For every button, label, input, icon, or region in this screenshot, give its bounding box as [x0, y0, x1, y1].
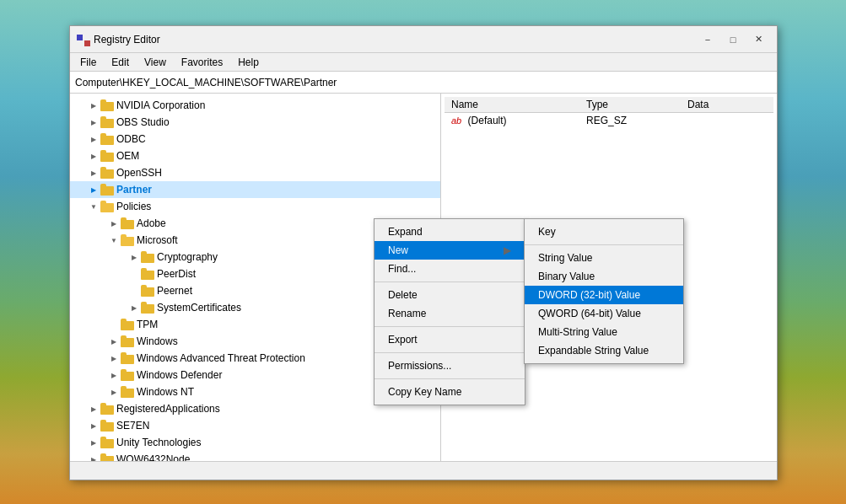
- tree-label-peernet: Peernet: [157, 285, 192, 297]
- sub-sep1: [525, 244, 683, 245]
- menu-favorites[interactable]: Favorites: [175, 55, 229, 70]
- col-name[interactable]: Name: [445, 97, 579, 113]
- ctx-rename[interactable]: Rename: [375, 304, 525, 323]
- app-icon: [77, 33, 90, 46]
- folder-icon-wdefender: [121, 369, 134, 381]
- ctx-sep3: [375, 352, 525, 353]
- expander-adobe: ▶: [107, 217, 121, 230]
- menu-help[interactable]: Help: [231, 55, 266, 70]
- sub-string-value[interactable]: String Value: [525, 249, 683, 267]
- tree-label-microsoft: Microsoft: [137, 234, 178, 246]
- sub-binary-value[interactable]: Binary Value: [525, 267, 683, 286]
- expander-unity: ▶: [87, 436, 100, 449]
- tree-label-policies: Policies: [116, 201, 151, 212]
- tree-item-se7en[interactable]: ▶ SE7EN: [70, 417, 440, 434]
- window-title: Registry Editor: [94, 34, 696, 46]
- tree-label-systemcerts: SystemCertificates: [157, 302, 241, 314]
- col-type[interactable]: Type: [579, 97, 681, 113]
- tree-label-odbc: ODBC: [116, 133, 146, 145]
- tree-label-unity: Unity Technologies: [116, 437, 202, 448]
- tree-label-obs: OBS Studio: [116, 116, 170, 128]
- folder-icon-watp: [121, 352, 134, 364]
- folder-icon-windows: [121, 335, 134, 347]
- tree-label-cryptography: Cryptography: [157, 251, 218, 263]
- tree-item-unity[interactable]: ▶ Unity Technologies: [70, 434, 440, 451]
- sub-qword-value[interactable]: QWORD (64-bit) Value: [525, 304, 683, 323]
- ctx-delete[interactable]: Delete: [375, 286, 525, 304]
- ctx-find[interactable]: Find...: [375, 260, 525, 278]
- context-menu: Expand New ▶ Find... Delete Rename Expor…: [374, 218, 525, 405]
- folder-icon-nvidia: [100, 99, 114, 111]
- tree-label-watp: Windows Advanced Threat Protection: [137, 352, 305, 364]
- title-bar-buttons: − □ ✕: [696, 31, 770, 48]
- expander-se7en: ▶: [87, 419, 100, 432]
- tree-label-tpm: TPM: [137, 319, 158, 330]
- folder-icon-windowsnt: [121, 386, 134, 398]
- folder-icon-systemcerts: [141, 302, 154, 314]
- address-path: Computer\HKEY_LOCAL_MACHINE\SOFTWARE\Par…: [75, 77, 337, 88]
- tree-label-se7en: SE7EN: [116, 420, 149, 432]
- ctx-export[interactable]: Export: [375, 330, 525, 349]
- folder-icon-partner: [100, 184, 114, 196]
- folder-icon-regapps: [100, 403, 114, 415]
- expander-openssh: ▶: [87, 166, 100, 180]
- row-data-default: [681, 113, 773, 129]
- col-data[interactable]: Data: [681, 97, 773, 113]
- row-name-default: ab (Default): [445, 113, 579, 129]
- status-bar: [70, 461, 777, 480]
- tree-label-openssh: OpenSSH: [116, 167, 162, 179]
- tree-item-nvidia[interactable]: ▶ NVIDIA Corporation: [70, 97, 440, 114]
- tree-label-regapps: RegisteredApplications: [116, 403, 220, 415]
- menu-edit[interactable]: Edit: [105, 55, 136, 70]
- tree-label-wow: WOW6432Node: [116, 453, 190, 461]
- expander-oem: ▶: [87, 149, 100, 163]
- tree-label-peerdist: PeerDist: [157, 268, 196, 280]
- folder-icon-unity: [100, 437, 114, 448]
- folder-icon-se7en: [100, 420, 114, 432]
- ctx-copy-key-name[interactable]: Copy Key Name: [375, 383, 525, 401]
- registry-editor-window: Registry Editor − □ ✕ File Edit View Fav…: [69, 25, 778, 480]
- tree-label-windows: Windows: [137, 335, 178, 347]
- sub-multi-string[interactable]: Multi-String Value: [525, 323, 683, 341]
- expander-partner: ▶: [87, 183, 100, 196]
- ctx-expand[interactable]: Expand: [375, 223, 525, 241]
- folder-icon-peernet: [141, 285, 154, 297]
- folder-icon-obs: [100, 116, 114, 128]
- menu-bar: File Edit View Favorites Help: [70, 53, 777, 72]
- tree-label-nvidia: NVIDIA Corporation: [116, 99, 205, 111]
- minimize-button[interactable]: −: [696, 31, 719, 48]
- tree-item-wow[interactable]: ▶ WOW6432Node: [70, 451, 440, 461]
- maximize-button[interactable]: □: [721, 31, 745, 48]
- expander-peernet: ▶: [127, 284, 141, 298]
- expander-microsoft: ▼: [107, 233, 121, 247]
- tree-label-adobe: Adobe: [137, 217, 166, 229]
- menu-file[interactable]: File: [73, 55, 103, 70]
- expander-cryptography: ▶: [127, 250, 141, 264]
- tree-item-odbc[interactable]: ▶ ODBC: [70, 131, 440, 147]
- tree-item-policies[interactable]: ▼ Policies: [70, 198, 440, 215]
- folder-icon-cryptography: [141, 251, 154, 263]
- sub-dword-value[interactable]: DWORD (32-bit) Value: [525, 286, 683, 304]
- tree-item-openssh[interactable]: ▶ OpenSSH: [70, 164, 440, 181]
- expander-peerdist: ▶: [127, 267, 141, 281]
- tree-label-windowsnt: Windows NT: [137, 386, 194, 398]
- submenu-arrow: ▶: [504, 244, 511, 256]
- ctx-permissions[interactable]: Permissions...: [375, 357, 525, 375]
- folder-icon-odbc: [100, 133, 114, 145]
- detail-table: Name Type Data ab (Default) REG_SZ: [445, 97, 773, 128]
- sub-expandable-string[interactable]: Expandable String Value: [525, 341, 683, 360]
- sub-key[interactable]: Key: [525, 223, 683, 241]
- expander-nvidia: ▶: [87, 99, 100, 112]
- menu-view[interactable]: View: [137, 55, 173, 70]
- tree-item-obs[interactable]: ▶ OBS Studio: [70, 114, 440, 131]
- expander-watp: ▶: [107, 351, 121, 365]
- tree-item-oem[interactable]: ▶ OEM: [70, 147, 440, 164]
- expander-obs: ▶: [87, 115, 100, 129]
- close-button[interactable]: ✕: [746, 31, 770, 48]
- tree-item-partner[interactable]: ▶ Partner: [70, 181, 440, 198]
- folder-icon-peerdist: [141, 268, 154, 280]
- ctx-sep4: [375, 378, 525, 379]
- folder-icon-policies: [100, 201, 114, 212]
- table-row[interactable]: ab (Default) REG_SZ: [445, 113, 773, 129]
- ctx-new[interactable]: New ▶: [375, 241, 525, 260]
